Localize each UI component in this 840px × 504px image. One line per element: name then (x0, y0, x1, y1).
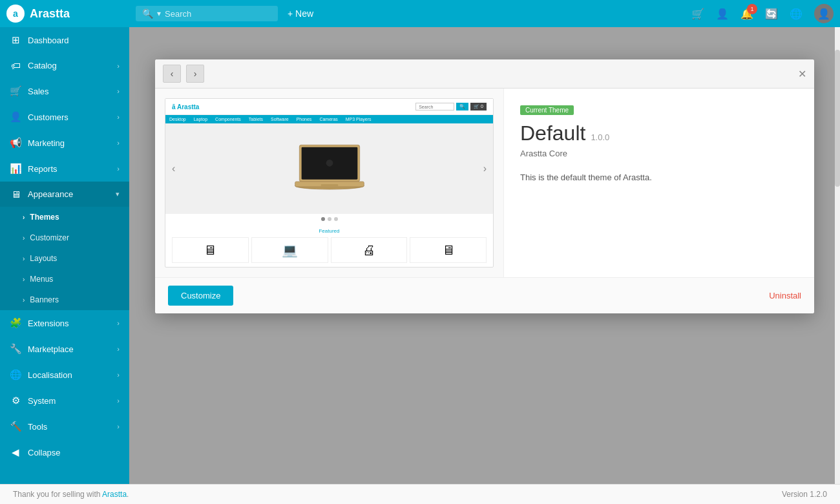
appearance-icon: 🖥 (10, 189, 21, 200)
sidebar-item-system[interactable]: ⚙ System › (0, 388, 129, 414)
theme-modal: ‹ › ✕ ā Ara (155, 59, 814, 313)
tools-icon: 🔨 (10, 421, 21, 432)
theme-info-panel: Current Theme Default 1.0.0 Arastta Core… (504, 89, 814, 277)
sidebar-label-sales: Sales (28, 87, 110, 96)
mini-nav-cameras[interactable]: Cameras (315, 115, 341, 123)
localisation-arrow: › (117, 371, 120, 379)
sidebar-sub-label-customizer: Customizer (30, 233, 69, 242)
mini-slider: ‹ (165, 123, 493, 214)
new-label: + New (288, 8, 313, 19)
mini-product-3: 🖨 (331, 237, 408, 263)
sidebar-sub-label-menus: Menus (30, 275, 53, 284)
theme-author: Arastta Core (520, 149, 798, 158)
sidebar-label-catalog: Catalog (28, 61, 110, 70)
marketing-arrow: › (117, 139, 120, 147)
uninstall-button[interactable]: Uninstall (769, 291, 801, 300)
mini-search-input[interactable] (415, 103, 454, 110)
user-icon[interactable]: 👤 (716, 8, 729, 20)
slider-image (291, 130, 368, 207)
help-icon[interactable]: 🌐 (790, 8, 803, 20)
app-logo[interactable]: a Arastta (6, 5, 136, 23)
sidebar-item-tools[interactable]: 🔨 Tools › (0, 414, 129, 439)
sidebar-item-dashboard[interactable]: ⊞ Dashboard (0, 27, 129, 53)
dot-2[interactable] (328, 217, 331, 221)
customize-button[interactable]: Customize (168, 286, 233, 306)
slider-prev-arrow[interactable]: ‹ (169, 160, 178, 178)
mini-nav-phones[interactable]: Phones (293, 115, 316, 123)
main-layout: ⊞ Dashboard 🏷 Catalog › 🛒 Sales › 👤 Cust… (0, 27, 840, 484)
sidebar-label-marketplace: Marketplace (28, 344, 110, 354)
sidebar-item-appearance[interactable]: 🖥 Appearance ▾ (0, 182, 129, 207)
reports-arrow: › (117, 165, 120, 173)
svg-point-5 (326, 160, 333, 167)
sidebar-label-customers: Customers (28, 112, 110, 122)
refresh-icon[interactable]: 🔄 (765, 8, 778, 20)
laptop-svg (291, 130, 368, 207)
sidebar-sub-themes[interactable]: › Themes (0, 207, 129, 227)
dot-3[interactable] (334, 217, 338, 221)
user-avatar[interactable]: 👤 (814, 4, 834, 23)
sidebar-label-extensions: Extensions (28, 319, 110, 328)
sidebar-label-system: System (28, 396, 110, 406)
search-bar[interactable]: 🔍 ▾ (136, 6, 278, 21)
cart-icon[interactable]: 🛒 (691, 8, 704, 20)
app-name: Arastta (30, 7, 70, 21)
slider-dots (165, 214, 493, 224)
slider-next-arrow[interactable]: › (480, 160, 490, 178)
mini-product-2: 💻 (251, 237, 328, 263)
sidebar-item-localisation[interactable]: 🌐 Localisation › (0, 362, 129, 388)
sidebar-item-customers[interactable]: 👤 Customers › (0, 104, 129, 130)
mini-nav-laptop[interactable]: Laptop (190, 115, 211, 123)
modal-footer: Customize Uninstall (155, 277, 814, 313)
search-icon: 🔍 (142, 8, 153, 19)
sidebar-item-collapse[interactable]: ◀ Collapse (0, 439, 129, 465)
sidebar-label-tools: Tools (28, 422, 110, 432)
localisation-icon: 🌐 (10, 369, 21, 381)
sales-arrow: › (117, 87, 120, 95)
extensions-arrow: › (117, 319, 120, 327)
footer-thanks-link[interactable]: Arastta (102, 490, 127, 499)
mini-featured-section: Featured 🖥 💻 🖨 (165, 224, 493, 267)
sidebar-sub-layouts[interactable]: › Layouts (0, 248, 129, 269)
modal-nav-back[interactable]: ‹ (163, 65, 181, 83)
header-actions: 🛒 👤 🔔 1 🔄 🌐 👤 (691, 4, 834, 23)
mini-nav-components[interactable]: Components (211, 115, 245, 123)
mini-nav-tablets[interactable]: Tablets (245, 115, 267, 123)
theme-preview-panel: ā Arastta 🔍 🛒 0 Desktop Laptop (155, 89, 504, 277)
marketing-icon: 📢 (10, 137, 21, 149)
system-arrow: › (117, 397, 120, 404)
modal-body: ā Arastta 🔍 🛒 0 Desktop Laptop (155, 89, 814, 277)
sidebar-item-sales[interactable]: 🛒 Sales › (0, 78, 129, 104)
search-dropdown[interactable]: ▾ (157, 9, 161, 18)
modal-nav-forward[interactable]: › (186, 65, 204, 83)
mini-cart-btn[interactable]: 🛒 0 (470, 103, 487, 110)
footer-thanks-text: Thank you for selling with (13, 490, 100, 499)
new-button[interactable]: + New (288, 8, 313, 19)
system-icon: ⚙ (10, 395, 21, 406)
mini-nav-software[interactable]: Software (267, 115, 293, 123)
search-input[interactable] (165, 9, 255, 19)
footer-thanks: Thank you for selling with Arastta. (13, 490, 129, 499)
sidebar-item-marketplace[interactable]: 🔧 Marketplace › (0, 336, 129, 362)
customers-icon: 👤 (10, 111, 21, 123)
banners-sub-arrow: › (23, 297, 25, 304)
sidebar-item-marketing[interactable]: 📢 Marketing › (0, 130, 129, 156)
sidebar-label-dashboard: Dashboard (28, 36, 120, 45)
sidebar-sub-customizer[interactable]: › Customizer (0, 227, 129, 248)
logo-icon: a (6, 5, 25, 23)
sidebar-item-extensions[interactable]: 🧩 Extensions › (0, 310, 129, 336)
mini-nav-desktop[interactable]: Desktop (165, 115, 190, 123)
dot-1[interactable] (321, 217, 325, 221)
product-2-icon: 💻 (282, 242, 298, 258)
sidebar-item-catalog[interactable]: 🏷 Catalog › (0, 53, 129, 78)
sidebar-sub-menus[interactable]: › Menus (0, 269, 129, 289)
sidebar-item-reports[interactable]: 📊 Reports › (0, 156, 129, 182)
sidebar-sub-banners[interactable]: › Banners (0, 289, 129, 310)
mini-logo: ā Arastta (172, 103, 199, 110)
footer-bar: Thank you for selling with Arastta. Vers… (0, 484, 840, 504)
notification-badge: 1 (747, 4, 757, 14)
mini-search-btn[interactable]: 🔍 (456, 103, 468, 110)
mini-nav-mp3[interactable]: MP3 Players (342, 115, 375, 123)
modal-close-button[interactable]: ✕ (798, 68, 806, 80)
notification-icon[interactable]: 🔔 1 (740, 8, 753, 20)
